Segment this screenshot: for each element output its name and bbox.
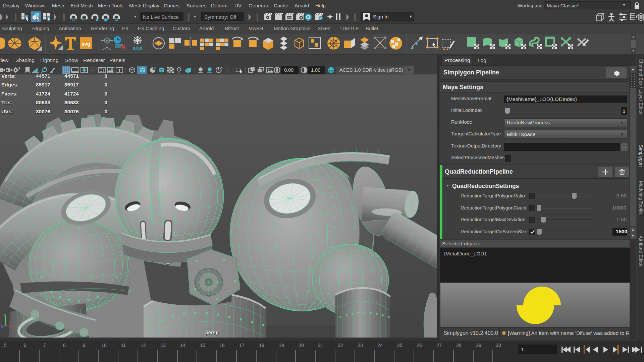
svg-text:x: x [15,325,17,329]
svg-text:y: y [4,314,6,317]
svg-text:0,0,0: 0,0,0 [133,46,143,51]
svg-text:ON: ON [329,69,333,72]
svg-text:svg: svg [82,41,90,47]
svg-text:z: z [1,323,3,327]
svg-text:IPR: IPR [287,16,291,19]
